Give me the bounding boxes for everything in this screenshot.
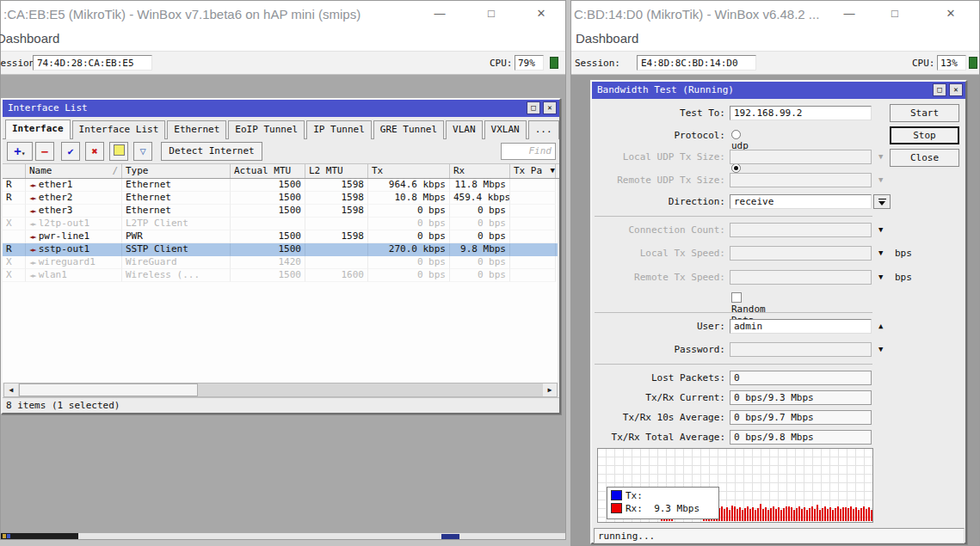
tab-interface-list[interactable]: Interface List [72,120,166,139]
session-value[interactable]: E4:8D:8C:BD:14:D0 [637,55,756,71]
direction-dropdown-button[interactable] [873,194,891,209]
taskbar-strip [1,533,565,539]
comment-button[interactable] [109,142,128,161]
rx-bar [755,510,756,521]
row-name: ◄►sstp-out1 [26,243,122,256]
tab-ethernet[interactable]: Ethernet [167,120,226,139]
test-to-input[interactable]: 192.168.99.2 [730,106,872,120]
scrollbar-thumb[interactable] [19,383,198,396]
table-row[interactable]: X◄►l2tp-out1L2TP Client0 bps0 bps [3,218,558,230]
column-chooser-icon[interactable]: ▼ [551,166,555,175]
tab-eoip-tunnel[interactable]: EoIP Tunnel [228,120,305,139]
row-name: ◄►ether2 [26,192,122,205]
column-header-rx[interactable]: Rx [450,164,510,178]
row-flag [3,230,26,243]
rx-bar [860,508,862,521]
row-rx: 459.4 kbps [450,192,510,205]
table-row[interactable]: R◄►ether2Ethernet1500159810.8 Mbps459.4 … [3,192,558,205]
dropdown-icon[interactable]: ▼ [878,249,883,257]
dropdown-icon[interactable]: ▼ [878,226,883,234]
password-input[interactable] [730,342,872,357]
maximize-icon[interactable]: □ [472,1,511,27]
minimize-icon[interactable]: — [829,1,869,27]
close-icon[interactable]: ✕ [949,83,963,96]
horizontal-scrollbar[interactable]: ◀ ▶ [3,383,558,397]
tab-gre-tunnel[interactable]: GRE Tunnel [373,120,444,139]
disable-button[interactable]: ✖ [85,142,104,161]
row-type: L2TP Client [122,218,231,230]
protocol-udp-radio[interactable] [731,130,741,139]
protocol-tcp-radio[interactable] [731,163,741,173]
close-icon[interactable]: ✕ [543,101,557,114]
column-header-flag[interactable] [3,164,26,178]
tab-vxlan[interactable]: VXLAN [484,120,527,139]
scroll-left-icon[interactable]: ◀ [4,383,18,396]
direction-label: Direction: [592,194,725,209]
tab--[interactable]: ... [528,120,559,139]
user-input[interactable]: admin [730,319,872,334]
menu-dashboard[interactable]: Dashboard [0,31,59,46]
connection-count-input [730,223,872,237]
bandwidth-test-title: Bandwidth Test (Running) [597,84,734,95]
column-header-l2-mtu[interactable]: L2 MTU [305,164,368,178]
dropdown-icon[interactable]: ▼ [878,176,883,184]
add-button[interactable]: +▾ [7,142,33,161]
row-l2-mtu: 1598 [305,192,368,205]
bandwidth-test-titlebar[interactable]: Bandwidth Test (Running) □ ✕ [592,82,965,99]
remove-button[interactable]: − [35,142,54,161]
filter-button[interactable]: ▽ [133,142,152,161]
find-input[interactable]: Find [501,143,556,160]
txrx-total-average-label: Tx/Rx Total Average: [592,430,725,445]
column-header-tx[interactable]: Tx [368,164,450,178]
table-row[interactable]: ◄►ether3Ethernet150015980 bps0 bps [3,205,558,218]
dropup-icon[interactable]: ▲ [878,322,883,330]
tab-interface[interactable]: Interface [5,120,71,139]
row-name: ◄►ether3 [26,205,122,218]
txrx-10s-average-value: 0 bps/9.7 Mbps [730,410,872,425]
column-header-type[interactable]: Type [122,164,231,178]
close-icon[interactable]: ✕ [521,1,561,27]
session-value[interactable]: 74:4D:28:CA:EB:E5 [33,55,152,71]
row-tx: 270.0 kbps [368,243,450,256]
row-type: Ethernet [122,205,231,218]
column-header-tx-pa[interactable]: Tx Pa [510,164,556,178]
detect-internet-button[interactable]: Detect Internet [161,142,262,161]
tab-vlan[interactable]: VLAN [446,120,483,139]
left-titlebar[interactable]: :CA:EB:E5 (MikroTik) - WinBox v7.1beta6 … [1,1,565,27]
maximize-icon[interactable]: □ [875,1,915,27]
txrx-total-average-value: 0 bps/9.8 Mbps [730,430,872,445]
dropdown-icon[interactable]: ▼ [878,346,883,353]
direction-select[interactable]: receive [730,194,872,209]
dropdown-icon[interactable]: ▼ [878,273,883,281]
enable-button[interactable]: ✔ [61,142,80,161]
restore-icon[interactable]: □ [933,83,946,96]
rx-bar [847,508,849,521]
scroll-right-icon[interactable]: ▶ [543,383,557,396]
stop-button[interactable]: Stop [890,126,959,144]
close-icon[interactable]: ✕ [931,1,971,27]
check-icon: ✔ [67,145,73,157]
table-row[interactable]: R◄►sstp-out1SSTP Client1500270.0 kbps9.8… [3,243,558,256]
interface-list-titlebar[interactable]: Interface List □ ✕ [3,100,559,117]
interface-tabs: InterfaceInterface ListEthernetEoIP Tunn… [3,117,559,139]
table-row[interactable]: X◄►wlan1Wireless (...150016000 bps0 bps [3,269,558,282]
row-tx-pa [510,230,556,243]
taskbar-blue-item[interactable] [441,534,459,539]
restore-icon[interactable]: □ [527,101,540,114]
close-button[interactable]: Close [890,149,959,167]
random-data-checkbox[interactable] [731,292,742,303]
column-header-actual-mtu[interactable]: Actual MTU [231,164,305,178]
dropdown-icon[interactable]: ▼ [878,153,883,161]
table-row[interactable]: ◄►pwr-line1PWR150015980 bps0 bps [3,230,558,243]
start-button[interactable]: Start [890,104,959,122]
menu-dashboard[interactable]: Dashboard [576,31,638,46]
table-row[interactable]: R◄►ether1Ethernet15001598964.6 kbps11.8 … [3,179,558,192]
tab-ip-tunnel[interactable]: IP Tunnel [306,120,372,139]
row-type: SSTP Client [122,243,231,256]
table-row[interactable]: X◄►wireguard1WireGuard14200 bps0 bps [3,256,558,269]
column-header-name[interactable]: Name ∕ [26,164,122,178]
minimize-icon[interactable]: — [420,1,459,27]
right-titlebar[interactable]: C:BD:14:D0 (MikroTik) - WinBox v6.48.2 .… [571,1,979,27]
row-rx: 11.8 Mbps [450,179,510,192]
winbox-window-right: C:BD:14:D0 (MikroTik) - WinBox v6.48.2 .… [570,0,980,546]
